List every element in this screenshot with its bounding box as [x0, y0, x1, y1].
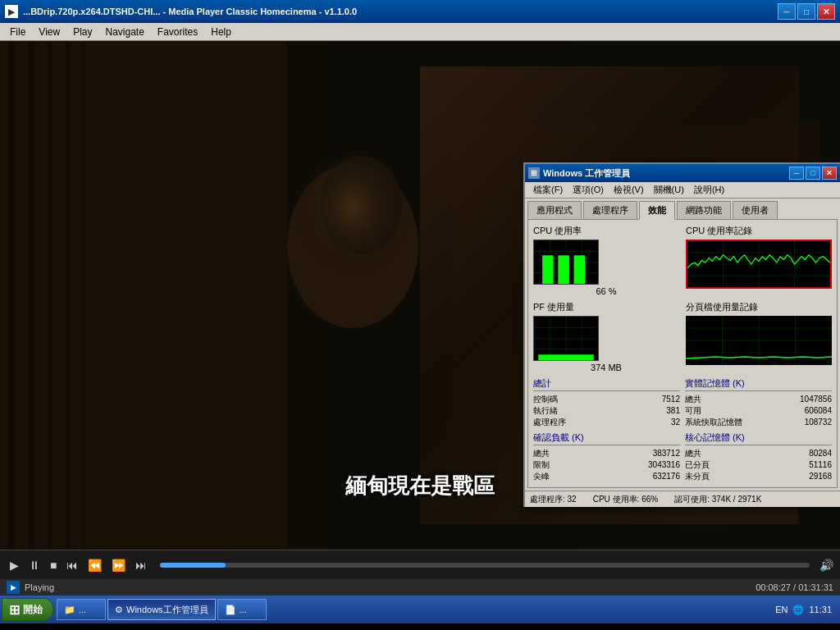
tab-networking[interactable]: 網路功能: [677, 201, 731, 219]
language-indicator: EN: [775, 605, 788, 614]
commit-limit-row: 限制 3043316: [533, 459, 680, 471]
tm-statusbar: 處理程序: 32 CPU 使用率: 66% 認可使用: 374K / 2971K: [525, 491, 840, 507]
physical-memory-section: 實體記憶體 (K) 總共 1047856 可用 606084 系統快取記憶體 1…: [685, 377, 832, 428]
titlebar: ▶ ...BDrip.720p.x264.DTSHD-CHI... - Medi…: [0, 0, 840, 23]
cpu-row: CPU 使用率: [533, 225, 832, 296]
cpu-usage-label: CPU 使用率: [533, 225, 679, 237]
cpu-usage-section: CPU 使用率: [533, 225, 679, 296]
threads-value: 381: [666, 405, 680, 417]
tab-performance[interactable]: 效能: [639, 201, 675, 220]
svg-rect-20: [558, 255, 568, 284]
player-status-bar: ▶ Playing 00:08:27 / 01:31:31: [0, 579, 840, 596]
tm-restore[interactable]: □: [806, 167, 820, 180]
tm-icon: ⊞: [528, 167, 540, 179]
tm-performance-content: CPU 使用率: [527, 219, 838, 488]
tm-minimize[interactable]: ─: [789, 167, 804, 180]
next-frame-button[interactable]: ⏭: [132, 557, 150, 573]
tab-processes[interactable]: 處理程序: [583, 201, 637, 219]
processes-row: 處理程序 32: [533, 417, 680, 428]
svg-rect-21: [574, 255, 585, 284]
menu-file[interactable]: File: [3, 25, 32, 39]
phys-avail-row: 可用 606084: [685, 405, 832, 417]
totals-header: 總計: [533, 377, 680, 391]
svg-rect-3: [8, 41, 15, 550]
prev-frame-button[interactable]: ⏮: [63, 557, 81, 573]
pf-usage-section: PF 使用量 374 MB: [533, 301, 679, 372]
tm-menu-shutdown[interactable]: 關機(U): [649, 183, 689, 197]
kernel-paged-label: 已分頁: [685, 459, 710, 471]
tab-applications[interactable]: 應用程式: [527, 201, 582, 219]
tm-menu-options[interactable]: 選項(O): [568, 183, 609, 197]
menu-navigate[interactable]: Navigate: [98, 25, 150, 39]
window-title: ...BDrip.720p.x264.DTSHD-CHI... - Media …: [23, 7, 778, 16]
handles-value: 7512: [662, 394, 680, 405]
tm-title: Windows 工作管理員: [543, 167, 789, 180]
other-taskbar-icon: 📄: [225, 605, 236, 615]
menu-help[interactable]: Help: [204, 25, 238, 39]
commit-peak-label: 尖峰: [533, 471, 550, 482]
stop-button[interactable]: ■: [47, 557, 60, 573]
player-controls: ▶ ⏸ ■ ⏮ ⏪ ⏩ ⏭ 🔊: [0, 550, 840, 579]
cpu-percent-value: 66 %: [533, 286, 679, 296]
svg-rect-34: [538, 354, 593, 360]
volume-icon[interactable]: 🔊: [819, 559, 833, 572]
phys-syscache-value: 108732: [805, 417, 832, 428]
total-time: 01:31:31: [798, 582, 833, 592]
menu-view[interactable]: View: [32, 25, 66, 39]
commit-total-label: 總共: [533, 448, 550, 459]
start-button[interactable]: ⊞ 開始: [2, 598, 53, 621]
task-manager-window: ⊞ Windows 工作管理員 ─ □ ✕ 檔案(F) 選項(O) 檢視(V) …: [523, 162, 840, 507]
main-content: 緬甸現在是戰區 ⊞ Windows 工作管理員 ─ □ ✕ 檔案(F) 選項(O…: [0, 41, 840, 550]
kernel-memory-section: 核心記憶體 (K) 總共 80284 已分頁 51116 未分頁 29168: [685, 431, 832, 482]
kernel-nonpaged-value: 29168: [809, 471, 832, 482]
taskbar-item-other[interactable]: 📄 ...: [217, 599, 267, 620]
system-tray: EN 🌐 11:31: [769, 605, 838, 615]
taskbar-item-taskmgr[interactable]: ⚙ Windows工作管理員: [107, 599, 216, 620]
svg-rect-6: [66, 41, 70, 550]
menu-play[interactable]: Play: [66, 25, 98, 39]
tab-users[interactable]: 使用者: [733, 201, 778, 219]
stats-container-2: 確認負載 (K) 總共 383712 限制 3043316 尖峰 632176: [533, 431, 832, 482]
subtitle: 緬甸現在是戰區: [345, 472, 495, 500]
stats-container: 總計 控制碼 7512 執行緒 381 處理程序 32: [533, 377, 832, 428]
pf-value: 374 MB: [533, 363, 679, 372]
kernel-paged-row: 已分頁 51116: [685, 459, 832, 471]
fast-forward-button[interactable]: ⏩: [108, 557, 129, 573]
windows-logo-icon: ⊞: [9, 602, 20, 618]
kernel-total-value: 80284: [809, 448, 832, 459]
tm-menu-file[interactable]: 檔案(F): [528, 183, 568, 197]
close-button[interactable]: ✕: [817, 3, 835, 20]
phys-avail-label: 可用: [685, 405, 701, 417]
tm-menu-view[interactable]: 檢視(V): [609, 183, 649, 197]
commit-limit-value: 3043316: [648, 459, 680, 471]
pf-row: PF 使用量 374 MB: [533, 301, 832, 372]
minimize-button[interactable]: ─: [778, 3, 796, 20]
progress-fill: [160, 563, 225, 568]
handles-row: 控制碼 7512: [533, 394, 680, 405]
pf-history-graph: [686, 316, 832, 365]
pf-history-label: 分頁檔使用量記錄: [686, 301, 832, 313]
kernel-total-row: 總共 80284: [685, 448, 832, 459]
tm-tabs: 應用程式 處理程序 效能 網路功能 使用者: [525, 199, 840, 219]
pf-history-section: 分頁檔使用量記錄: [686, 301, 832, 372]
window-controls: ─ □ ✕: [778, 3, 835, 20]
taskmgr-taskbar-label: Windows工作管理員: [126, 604, 208, 616]
commit-peak-row: 尖峰 632176: [533, 471, 680, 482]
play-button[interactable]: ▶: [7, 557, 22, 573]
rewind-button[interactable]: ⏪: [84, 557, 105, 573]
tm-menu-help[interactable]: 說明(H): [689, 183, 729, 197]
kernel-header: 核心記憶體 (K): [685, 431, 832, 445]
commit-header: 確認負載 (K): [533, 431, 680, 445]
menu-favorites[interactable]: Favorites: [151, 25, 204, 39]
cpu-history-section: CPU 使用率記錄: [686, 225, 832, 296]
tm-close[interactable]: ✕: [822, 167, 837, 180]
progress-bar[interactable]: [160, 563, 810, 568]
app-icon: ▶: [5, 5, 18, 18]
handles-label: 控制碼: [533, 394, 558, 405]
clock: 11:31: [809, 605, 832, 614]
taskbar-item-mpc[interactable]: 📁 ...: [57, 599, 106, 620]
pause-button[interactable]: ⏸: [25, 557, 43, 573]
other-taskbar-label: ...: [240, 605, 247, 614]
restore-button[interactable]: □: [797, 3, 815, 20]
svg-rect-19: [542, 255, 553, 284]
